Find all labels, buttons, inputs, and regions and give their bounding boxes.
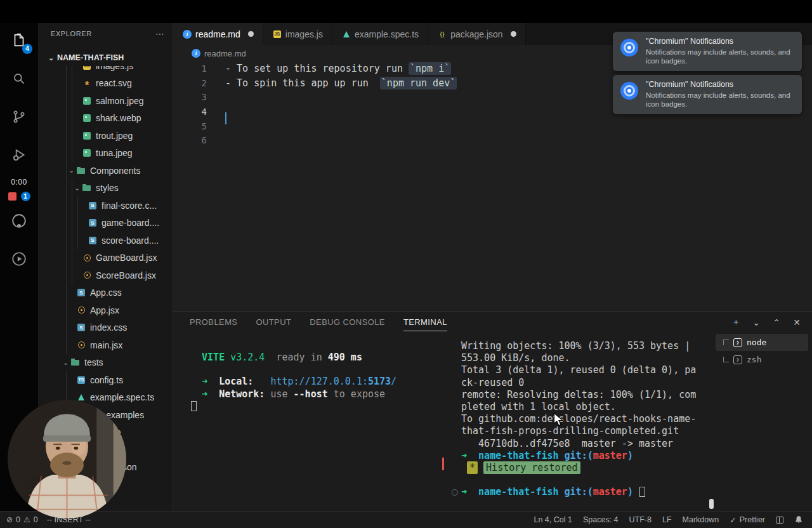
indent-guide xyxy=(66,336,67,354)
tree-item-app-css[interactable]: App.css xyxy=(38,284,173,302)
indent-guide xyxy=(66,162,67,180)
tree-item-index-css[interactable]: index.css xyxy=(38,319,173,337)
source-control-icon[interactable] xyxy=(0,98,38,136)
project-root[interactable]: ⌄ NAME-THAT-FISH xyxy=(38,50,173,66)
terminal-area[interactable]: VITE v3.2.4 ready in 490 ms ➜ Local: htt… xyxy=(173,333,812,511)
problems-indicator[interactable]: ⊘ 0 ⚠ 0 xyxy=(6,515,38,524)
tree-item-gameboard-jsx[interactable]: GameBoard.jsx xyxy=(38,249,173,267)
close-panel-icon[interactable]: ✕ xyxy=(792,317,802,327)
tree-item-label: images.js xyxy=(96,66,133,71)
panel-tab-debug-console[interactable]: DEBUG CONSOLE xyxy=(310,317,385,327)
notification-title: "Chromium" Notifications xyxy=(646,37,794,46)
new-terminal-icon[interactable]: ＋ xyxy=(731,317,741,328)
line-number: 1 xyxy=(173,63,207,74)
maximize-panel-icon[interactable]: ⌃ xyxy=(771,317,782,327)
notification-toast[interactable]: "Chromium" NotificationsNotifications ma… xyxy=(613,32,802,71)
tree-item-salmon-jpeg[interactable]: salmon.jpeg xyxy=(38,92,173,110)
layout-icon[interactable] xyxy=(776,517,783,524)
line-text: - To set up this repository run `npm i` xyxy=(225,63,451,74)
indent-guide xyxy=(66,319,67,337)
terminal-scrollbar[interactable] xyxy=(709,499,714,509)
tree-item-final-score-c[interactable]: final-score.c... xyxy=(38,197,173,214)
indent-guide xyxy=(72,249,72,267)
terminal-line: To github.com:devslopes/react-hooks-name… xyxy=(461,413,700,425)
editor-line-6[interactable]: 6 xyxy=(173,133,812,148)
explorer-icon[interactable]: 4 xyxy=(0,22,38,60)
warning-icon: ⚠ xyxy=(23,515,30,524)
formatter-status[interactable]: ✓ Prettier xyxy=(730,515,765,525)
indent-guide xyxy=(72,180,72,197)
tree-item-scoreboard-jsx[interactable]: ScoreBoard.jsx xyxy=(38,267,173,284)
tab-readme.md[interactable]: readme.md xyxy=(173,23,263,45)
terminal-line: 46710db..df475e8 master -> master xyxy=(461,438,700,450)
encoding-setting[interactable]: UTF-8 xyxy=(629,515,652,524)
terminal-line: ➜ Network: use --host to expose xyxy=(190,388,431,400)
terminal-pane-zsh[interactable]: Writing objects: 100% (3/3), 553 bytes |… xyxy=(461,340,700,498)
indent-guide xyxy=(66,66,67,75)
terminal-process-node[interactable]: node xyxy=(716,334,808,351)
explorer-actions-icon[interactable]: ⋯ xyxy=(155,29,165,39)
language-mode[interactable]: Markdown xyxy=(683,515,719,524)
notification-toast[interactable]: "Chromium" NotificationsNotifications ma… xyxy=(613,75,802,114)
tree-item-tests[interactable]: ⌄tests xyxy=(38,354,173,372)
indent-guide xyxy=(72,75,72,93)
panel-tab-terminal[interactable]: TERMINAL xyxy=(403,317,447,327)
tree-item-shark-webp[interactable]: shark.webp xyxy=(38,110,173,128)
image-icon xyxy=(82,96,92,106)
tree-item-main-jsx[interactable]: main.jsx xyxy=(38,336,173,354)
tree-item-label: App.css xyxy=(90,287,122,298)
indent-guide xyxy=(72,214,72,232)
md-file-icon xyxy=(182,29,192,39)
eol-setting[interactable]: LF xyxy=(662,515,672,524)
tree-item-trout-jpeg[interactable]: trout.jpeg xyxy=(38,127,173,145)
indent-guide xyxy=(72,232,72,249)
terminal-line: pleted with 1 local object. xyxy=(461,401,700,413)
recording-timer: 0:00 xyxy=(0,178,38,187)
indentation-setting[interactable]: Spaces: 4 xyxy=(583,515,619,524)
tree-item-label: styles xyxy=(96,183,119,193)
panel-header: PROBLEMSOUTPUTDEBUG CONSOLETERMINAL ＋ ⌄ … xyxy=(173,312,812,333)
line-number: 3 xyxy=(173,92,207,102)
tab-label: example.spec.ts xyxy=(355,29,419,39)
tree-item-images-js[interactable]: images.js xyxy=(38,66,173,75)
error-icon: ⊘ xyxy=(6,515,13,524)
chromium-icon xyxy=(620,39,638,56)
search-icon[interactable] xyxy=(0,60,38,98)
beaker-file-icon xyxy=(341,29,351,39)
tree-item-styles[interactable]: ⌄styles xyxy=(38,180,173,197)
tree-item-app-jsx[interactable]: App.jsx xyxy=(38,301,173,319)
cursor-position[interactable]: Ln 4, Col 1 xyxy=(534,515,572,524)
tree-item-score-board[interactable]: score-board.... xyxy=(38,232,173,249)
editor-line-5[interactable]: 5 xyxy=(173,119,812,133)
terminal-picker-chevron-icon[interactable]: ⌄ xyxy=(751,317,761,327)
chevron-down-icon: ⌄ xyxy=(48,54,57,62)
terminal-process-zsh[interactable]: zsh xyxy=(716,351,808,368)
tab-package.json[interactable]: package.json xyxy=(428,23,526,45)
indent-guide xyxy=(66,127,67,145)
tab-images.js[interactable]: images.js xyxy=(263,23,332,45)
image-icon xyxy=(82,148,92,158)
tab-example.spec.ts[interactable]: example.spec.ts xyxy=(332,23,428,45)
panel-tab-output[interactable]: OUTPUT xyxy=(256,317,291,327)
indent-guide xyxy=(66,145,67,162)
terminal-pane-node[interactable]: VITE v3.2.4 ready in 490 ms ➜ Local: htt… xyxy=(190,352,431,412)
notifications-bell-icon[interactable] xyxy=(794,515,803,524)
line-number: 2 xyxy=(173,78,207,88)
tree-item-config-ts[interactable]: config.ts xyxy=(38,371,173,389)
terminal-icon xyxy=(733,355,742,364)
image-icon xyxy=(82,131,92,141)
terminal-line xyxy=(190,400,431,412)
tree-item-react-svg[interactable]: react.svg xyxy=(38,75,173,93)
github-icon[interactable] xyxy=(0,202,38,240)
panel-tab-problems[interactable]: PROBLEMS xyxy=(190,317,237,327)
tree-item-components[interactable]: ⌄Components xyxy=(38,162,173,180)
terminal-line: VITE v3.2.4 ready in 490 ms xyxy=(190,352,431,364)
warning-count: 0 xyxy=(34,515,38,524)
tree-item-game-board[interactable]: game-board.... xyxy=(38,214,173,232)
split-marker-icon xyxy=(723,357,729,362)
recording-badge: 1 xyxy=(21,192,30,201)
recording-indicator: 1 xyxy=(0,190,38,202)
play-circle-icon[interactable] xyxy=(0,240,38,278)
run-debug-icon[interactable] xyxy=(0,136,38,174)
tree-item-tuna-jpeg[interactable]: tuna.jpeg xyxy=(38,145,173,162)
